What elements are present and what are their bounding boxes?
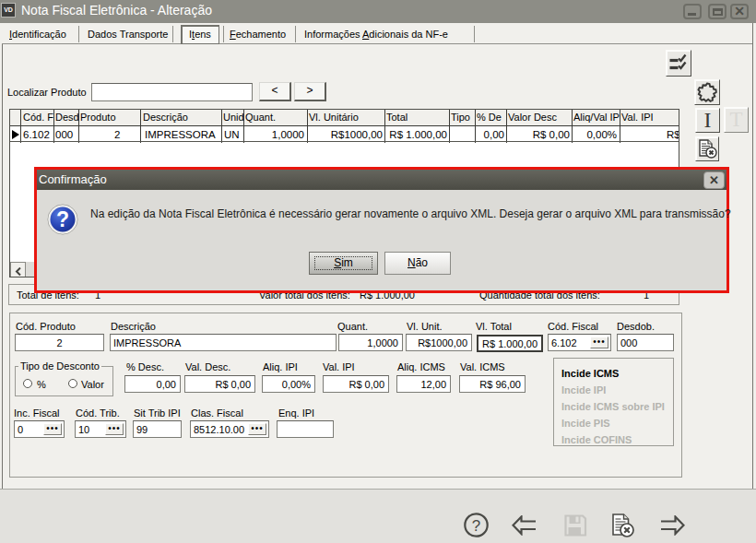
svg-text:?: ? xyxy=(56,207,69,231)
svg-text:?: ? xyxy=(472,517,480,535)
